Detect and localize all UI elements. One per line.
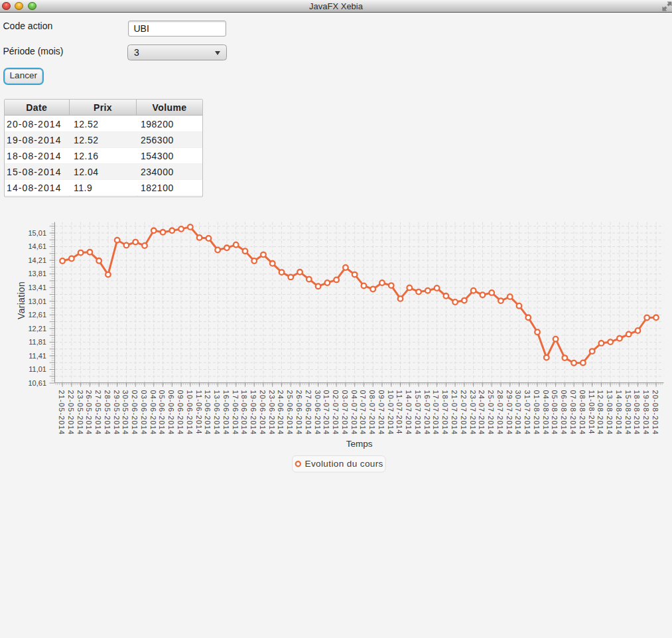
svg-text:05-06-2014: 05-06-2014 — [158, 390, 166, 436]
svg-text:13,81: 13,81 — [28, 270, 46, 278]
svg-text:26-05-2014: 26-05-2014 — [85, 390, 93, 436]
svg-text:09-06-2014: 09-06-2014 — [176, 390, 184, 436]
svg-text:09-07-2014: 09-07-2014 — [377, 390, 385, 436]
svg-text:12-08-2014: 12-08-2014 — [596, 390, 604, 436]
svg-text:Temps: Temps — [346, 439, 373, 449]
svg-text:14,61: 14,61 — [28, 242, 46, 250]
svg-text:15-07-2014: 15-07-2014 — [414, 390, 422, 436]
svg-text:08-07-2014: 08-07-2014 — [368, 390, 376, 436]
svg-text:16-06-2014: 16-06-2014 — [222, 390, 230, 436]
svg-text:30-07-2014: 30-07-2014 — [514, 390, 522, 436]
svg-text:31-07-2014: 31-07-2014 — [523, 390, 531, 436]
svg-text:13,01: 13,01 — [28, 297, 46, 305]
svg-text:11,81: 11,81 — [29, 338, 46, 346]
svg-text:22-07-2014: 22-07-2014 — [460, 390, 468, 436]
svg-text:11-07-2014: 11-07-2014 — [395, 390, 403, 435]
svg-text:14-08-2014: 14-08-2014 — [615, 390, 623, 436]
svg-text:15-08-2014: 15-08-2014 — [624, 390, 632, 436]
svg-text:29-05-2014: 29-05-2014 — [113, 390, 121, 436]
svg-text:Evolution du cours: Evolution du cours — [305, 459, 383, 469]
svg-text:20-08-2014: 20-08-2014 — [651, 390, 659, 436]
svg-text:19-06-2014: 19-06-2014 — [249, 390, 257, 436]
svg-text:07-08-2014: 07-08-2014 — [569, 390, 577, 436]
svg-text:13-06-2014: 13-06-2014 — [213, 390, 221, 436]
svg-text:30-05-2014: 30-05-2014 — [121, 390, 129, 436]
svg-text:13,41: 13,41 — [28, 283, 46, 291]
svg-text:02-07-2014: 02-07-2014 — [332, 390, 340, 436]
svg-text:03-06-2014: 03-06-2014 — [140, 390, 148, 436]
svg-text:27-05-2014: 27-05-2014 — [94, 390, 102, 436]
svg-text:18-08-2014: 18-08-2014 — [633, 390, 641, 436]
svg-text:27-06-2014: 27-06-2014 — [304, 390, 312, 436]
svg-text:28-05-2014: 28-05-2014 — [103, 390, 111, 436]
svg-text:08-08-2014: 08-08-2014 — [578, 390, 586, 436]
svg-text:21-05-2014: 21-05-2014 — [58, 390, 66, 436]
svg-text:29-07-2014: 29-07-2014 — [505, 390, 513, 436]
svg-text:10,61: 10,61 — [28, 379, 46, 387]
svg-text:06-06-2014: 06-06-2014 — [167, 390, 175, 436]
svg-text:23-05-2014: 23-05-2014 — [76, 390, 84, 436]
svg-text:28-07-2014: 28-07-2014 — [496, 390, 504, 436]
svg-text:24-06-2014: 24-06-2014 — [277, 390, 285, 436]
svg-text:04-07-2014: 04-07-2014 — [350, 390, 358, 436]
svg-text:04-08-2014: 04-08-2014 — [542, 390, 550, 436]
svg-text:11,01: 11,01 — [29, 365, 46, 373]
svg-text:23-07-2014: 23-07-2014 — [469, 390, 477, 436]
svg-text:11,41: 11,41 — [29, 352, 46, 360]
svg-text:02-06-2014: 02-06-2014 — [131, 390, 139, 436]
svg-text:25-07-2014: 25-07-2014 — [487, 390, 495, 436]
svg-text:17-06-2014: 17-06-2014 — [232, 390, 239, 436]
svg-text:03-07-2014: 03-07-2014 — [341, 390, 349, 436]
svg-text:11-06-2014: 11-06-2014 — [195, 390, 203, 435]
svg-text:22-05-2014: 22-05-2014 — [67, 390, 75, 436]
svg-text:30-06-2014: 30-06-2014 — [314, 390, 322, 436]
svg-text:23-06-2014: 23-06-2014 — [268, 390, 276, 436]
svg-text:12-06-2014: 12-06-2014 — [204, 390, 212, 436]
svg-text:18-07-2014: 18-07-2014 — [441, 390, 449, 436]
svg-text:14,21: 14,21 — [28, 256, 46, 264]
svg-text:12,61: 12,61 — [28, 311, 46, 319]
svg-text:Variation: Variation — [16, 281, 27, 319]
svg-text:24-07-2014: 24-07-2014 — [478, 390, 486, 436]
svg-text:25-06-2014: 25-06-2014 — [286, 390, 294, 436]
svg-text:04-06-2014: 04-06-2014 — [149, 390, 157, 436]
svg-text:01-07-2014: 01-07-2014 — [322, 390, 330, 436]
svg-text:21-07-2014: 21-07-2014 — [450, 390, 458, 436]
svg-text:06-08-2014: 06-08-2014 — [560, 390, 568, 436]
svg-text:12,21: 12,21 — [28, 325, 46, 333]
svg-text:10-07-2014: 10-07-2014 — [387, 390, 395, 436]
svg-text:20-06-2014: 20-06-2014 — [259, 390, 267, 436]
svg-text:01-08-2014: 01-08-2014 — [533, 390, 541, 436]
svg-text:10-06-2014: 10-06-2014 — [186, 390, 194, 436]
svg-text:07-07-2014: 07-07-2014 — [359, 390, 367, 436]
svg-text:26-06-2014: 26-06-2014 — [295, 390, 303, 436]
svg-text:19-08-2014: 19-08-2014 — [642, 390, 650, 436]
svg-text:16-07-2014: 16-07-2014 — [423, 390, 431, 436]
svg-text:15,01: 15,01 — [28, 229, 46, 237]
svg-text:05-08-2014: 05-08-2014 — [551, 390, 559, 436]
svg-text:18-06-2014: 18-06-2014 — [240, 390, 248, 436]
svg-text:17-07-2014: 17-07-2014 — [432, 390, 440, 436]
svg-text:11-08-2014: 11-08-2014 — [588, 390, 596, 435]
svg-text:14-07-2014: 14-07-2014 — [405, 390, 413, 436]
svg-text:13-08-2014: 13-08-2014 — [606, 390, 614, 436]
